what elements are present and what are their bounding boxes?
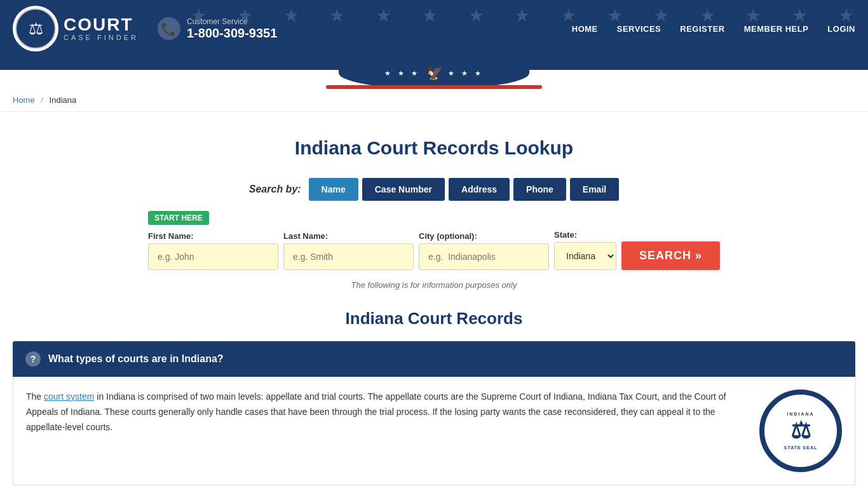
seal-text-bottom: STATE SEAL [784,445,818,450]
body-text-1: The [26,391,44,402]
first-name-input[interactable] [148,243,278,270]
state-group: State: Indiana [554,230,616,270]
court-system-link[interactable]: court system [44,391,94,402]
logo-circle: ⚖ [13,6,58,51]
tab-case-number[interactable]: Case Number [362,178,445,201]
accordion-header[interactable]: ? What types of courts are in Indiana? [13,341,855,377]
breadcrumb: Home / Indiana [0,89,868,112]
stars-left: ★ ★ ★ [384,69,420,78]
records-title: Indiana Court Records [13,309,855,329]
nav-register[interactable]: REGISTER [680,24,724,34]
last-name-label: Last Name: [283,231,414,241]
accordion-body: The court system in Indiana is comprised… [13,377,855,485]
search-button[interactable]: SEARCH » [621,241,720,270]
first-name-label: First Name: [148,231,278,241]
customer-service: 📞 Customer Service 1-800-309-9351 [158,17,277,41]
tab-phone[interactable]: Phone [513,178,566,201]
first-name-group: First Name: [148,231,278,270]
state-select[interactable]: Indiana [554,242,616,270]
tab-email[interactable]: Email [570,178,619,201]
accordion-text: The court system in Indiana is comprised… [26,390,747,472]
breadcrumb-separator: / [41,95,43,105]
body-text-2: in Indiana is comprised of two main leve… [26,391,726,432]
breadcrumb-current: Indiana [50,95,77,105]
accordion-title: What types of courts are in Indiana? [48,353,224,365]
city-group: City (optional): [419,231,549,270]
seal-scales-icon: ⚖ [790,417,811,444]
state-label: State: [554,230,616,240]
eagle-banner: ★ ★ ★ 🦅 ★ ★ ★ [0,57,868,89]
site-header: ⚖ COURT CASE FINDER 📞 Customer Service 1… [0,0,868,57]
logo-case-finder-text: CASE FINDER [64,34,139,41]
logo-area: ⚖ COURT CASE FINDER [13,6,139,51]
phone-icon: 📞 [158,17,180,40]
breadcrumb-home[interactable]: Home [13,95,35,105]
nav-services[interactable]: SERVICES [617,24,661,34]
info-note: The following is for information purpose… [148,280,720,290]
search-by-label: Search by: [249,184,301,195]
seal-inner: INDIANA ⚖ STATE SEAL [763,393,839,469]
eagle-icon: 🦅 [426,65,443,81]
accordion: ? What types of courts are in Indiana? T… [13,341,855,485]
start-here-badge: START HERE [148,211,209,225]
logo-text: COURT CASE FINDER [64,16,139,41]
nav-member-help[interactable]: MEMBER HELP [744,24,809,34]
search-by-row: Search by: Name Case Number Address Phon… [148,178,720,201]
nav-home[interactable]: HOME [572,24,598,34]
cs-number: 1-800-309-9351 [187,26,277,41]
question-icon: ? [25,351,41,367]
main-nav: HOME SERVICES REGISTER MEMBER HELP LOGIN [572,24,855,34]
main-content: Indiana Court Records Lookup Search by: … [0,112,868,488]
last-name-group: Last Name: [283,231,414,270]
tab-address[interactable]: Address [449,178,510,201]
seal-text-top: INDIANA [787,412,814,416]
tab-name[interactable]: Name [309,178,358,201]
last-name-input[interactable] [283,243,414,270]
page-title: Indiana Court Records Lookup [13,137,855,159]
logo-court-text: COURT [64,16,139,34]
cs-label: Customer Service [187,17,277,26]
search-section: Search by: Name Case Number Address Phon… [148,178,720,290]
search-form-row: First Name: Last Name: City (optional): … [148,230,720,270]
nav-login[interactable]: LOGIN [827,24,855,34]
cs-info: Customer Service 1-800-309-9351 [187,17,277,41]
logo-emblem: ⚖ [15,8,56,49]
stars-right: ★ ★ ★ [448,69,484,78]
eagle-banner-inner: ★ ★ ★ 🦅 ★ ★ ★ [339,57,529,89]
city-label: City (optional): [419,231,549,241]
indiana-seal: INDIANA ⚖ STATE SEAL [759,390,842,472]
city-input[interactable] [419,243,549,270]
